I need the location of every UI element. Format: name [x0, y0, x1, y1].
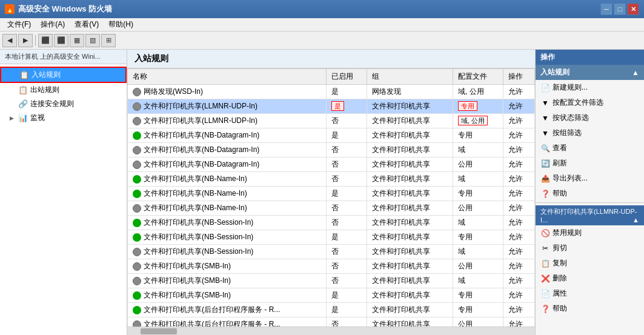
table-row[interactable]: 文件和打印机共享(SMB-In)否文件和打印机共享公用允许 [128, 259, 535, 274]
table-row[interactable]: 文件和打印机共享(NB-Session-In)是文件和打印机共享专用允许 [128, 230, 535, 245]
export-label: 导出列表... [553, 173, 588, 184]
col-profile[interactable]: 配置文件 [453, 69, 503, 85]
cell-name: 文件和打印机共享(LLMNR-UDP-In) [128, 99, 327, 114]
cell-name: 文件和打印机共享(NB-Name-In) [128, 187, 327, 201]
toolbar-btn-5[interactable]: ⊞ [101, 34, 116, 47]
cell-profile: 域, 公用 [453, 114, 503, 128]
right-action-view[interactable]: 🔍查看 [536, 141, 644, 156]
cell-profile: 专用 [453, 128, 503, 143]
cell-enabled: 否 [326, 114, 367, 128]
sidebar-item-outbound[interactable]: 📋 出站规则 [0, 83, 127, 97]
cell-enabled: 否 [326, 172, 367, 187]
right-action-filter-profile[interactable]: ▼按配置文件筛选 [536, 95, 644, 110]
toolbar-btn-4[interactable]: ▧ [85, 34, 100, 47]
sidebar-item-monitor[interactable]: ▶ 📊 监视 [0, 111, 127, 125]
toolbar-btn-1[interactable]: ⬛ [38, 34, 53, 47]
minimize-button[interactable]: ─ [600, 3, 612, 15]
table-row[interactable]: 文件和打印机共享(NB-Datagram-In)是文件和打印机共享专用允许 [128, 128, 535, 143]
disabled-icon [133, 204, 141, 213]
right-action-help[interactable]: ❓帮助 [536, 186, 644, 201]
back-button[interactable]: ◀ [2, 34, 17, 47]
cell-action: 允许 [503, 303, 535, 317]
sub-action-disable-rule[interactable]: 🚫禁用规则 [536, 225, 644, 240]
sub-action-properties[interactable]: 📄属性 [536, 286, 644, 301]
sidebar-item-inbound[interactable]: 📋 入站规则 [0, 67, 127, 83]
cell-name: 文件和打印机共享(NB-Name-In) [128, 201, 327, 216]
menu-view[interactable]: 查看(V) [70, 18, 104, 31]
toolbar-btn-2[interactable]: ⬛ [54, 34, 68, 47]
cell-enabled: 否 [326, 143, 367, 158]
delete-sub-label: 删除 [553, 273, 567, 284]
disabled-icon [133, 161, 141, 169]
sidebar-item-connection[interactable]: 🔗 连接安全规则 [0, 97, 127, 111]
table-row[interactable]: 文件和打印机共享(LLMNR-UDP-In)是文件和打印机共享专用允许 [128, 99, 535, 114]
sub-action-delete[interactable]: ❌删除 [536, 271, 644, 286]
cell-name: 文件和打印机共享(后台打印程序服务 - R... [128, 303, 327, 317]
right-action-filter-state[interactable]: ▼按状态筛选 [536, 110, 644, 125]
sub-header-text: 文件和打印机共享(LLMNR-UDP-I... [540, 208, 637, 224]
sub-action-copy[interactable]: 📋复制 [536, 256, 644, 271]
outbound-label: 出站规则 [30, 85, 59, 95]
new-rule-label: 新建规则... [553, 82, 588, 93]
cell-name: 文件和打印机共享(NB-Datagram-In) [128, 128, 327, 143]
table-row[interactable]: 文件和打印机共享(NB-Name-In)是文件和打印机共享专用允许 [128, 187, 535, 201]
table-row[interactable]: 文件和打印机共享(后台打印程序服务 - R...是文件和打印机共享专用允许 [128, 303, 535, 317]
table-row[interactable]: 文件和打印机共享(后台打印程序服务 - R...否文件和打印机共享公用允许 [128, 317, 535, 327]
cell-group: 文件和打印机共享 [367, 245, 453, 259]
table-row[interactable]: 文件和打印机共享(NB-Name-In)否文件和打印机共享域允许 [128, 172, 535, 187]
col-enabled[interactable]: 已启用 [326, 69, 367, 85]
cell-action: 允许 [503, 85, 535, 99]
table-row[interactable]: 文件和打印机共享(SMB-In)否文件和打印机共享域允许 [128, 274, 535, 288]
disabled-icon [133, 248, 141, 256]
menu-file[interactable]: 文件(F) [2, 18, 36, 31]
connection-label: 连接安全规则 [30, 99, 74, 109]
cell-enabled: 否 [326, 317, 367, 327]
cell-action: 允许 [503, 158, 535, 172]
right-action-export[interactable]: 📤导出列表... [536, 171, 644, 186]
table-row[interactable]: 文件和打印机共享(NB-Datagram-In)否文件和打印机共享域允许 [128, 143, 535, 158]
delete-sub-icon: ❌ [540, 274, 550, 284]
toolbar-btn-3[interactable]: ▦ [70, 34, 84, 47]
table-row[interactable]: 文件和打印机共享(NB-Name-In)否文件和打印机共享公用允许 [128, 201, 535, 216]
cell-name: 文件和打印机共享(SMB-In) [128, 274, 327, 288]
right-sub-actions: 🚫禁用规则✂剪切📋复制❌删除📄属性❓帮助 [536, 225, 644, 316]
disabled-icon [133, 320, 141, 327]
menu-help[interactable]: 帮助(H) [104, 18, 138, 31]
forward-button[interactable]: ▶ [18, 34, 33, 47]
cell-enabled: 是 [326, 99, 367, 114]
rules-table-scroll[interactable]: 名称 已启用 组 配置文件 操作 网络发现(WSD-In)是网络发现域, 公用允… [127, 68, 535, 327]
maximize-button[interactable]: □ [614, 3, 626, 15]
cell-enabled: 是 [326, 85, 367, 99]
table-row[interactable]: 文件和打印机共享(SMB-In)是文件和打印机共享专用允许 [128, 288, 535, 303]
app-icon: 🔥 [5, 4, 15, 14]
right-sub-header: 文件和打印机共享(LLMNR-UDP-I... ▲ [536, 205, 644, 225]
col-name[interactable]: 名称 [128, 69, 327, 85]
h-scrollbar[interactable] [127, 327, 535, 335]
right-action-new-rule[interactable]: 📄新建规则... [536, 80, 644, 95]
col-group[interactable]: 组 [367, 69, 453, 85]
cell-action: 允许 [503, 216, 535, 230]
table-row[interactable]: 文件和打印机共享(NB-Datagram-In)否文件和打印机共享公用允许 [128, 158, 535, 172]
disabled-icon [133, 146, 141, 154]
right-action-refresh[interactable]: 🔄刷新 [536, 156, 644, 171]
cell-name: 文件和打印机共享(后台打印程序服务 - R... [128, 317, 327, 327]
table-row[interactable]: 文件和打印机共享(NB-Session-In)否文件和打印机共享域允许 [128, 216, 535, 230]
right-panel: 操作 入站规则 ▲ 📄新建规则...▼按配置文件筛选▼按状态筛选▼按组筛选🔍查看… [535, 50, 644, 335]
sub-action-sub-help[interactable]: ❓帮助 [536, 301, 644, 316]
cell-group: 网络发现 [367, 85, 453, 99]
cell-name: 文件和打印机共享(NB-Session-In) [128, 245, 327, 259]
sub-action-cut[interactable]: ✂剪切 [536, 240, 644, 256]
cell-enabled: 否 [326, 201, 367, 216]
table-row[interactable]: 文件和打印机共享(NB-Session-In)否文件和打印机共享域允许 [128, 245, 535, 259]
cell-enabled: 是 [326, 303, 367, 317]
cell-profile: 域 [453, 172, 503, 187]
enabled-icon [133, 219, 141, 227]
cell-profile: 专用 [453, 230, 503, 245]
cell-profile: 域 [453, 274, 503, 288]
menu-action[interactable]: 操作(A) [36, 18, 70, 31]
right-action-filter-group[interactable]: ▼按组筛选 [536, 125, 644, 141]
col-action[interactable]: 操作 [503, 69, 535, 85]
close-button[interactable]: ✕ [627, 3, 639, 15]
table-row[interactable]: 文件和打印机共享(LLMNR-UDP-In)否文件和打印机共享域, 公用允许 [128, 114, 535, 128]
table-row[interactable]: 网络发现(WSD-In)是网络发现域, 公用允许 [128, 85, 535, 99]
